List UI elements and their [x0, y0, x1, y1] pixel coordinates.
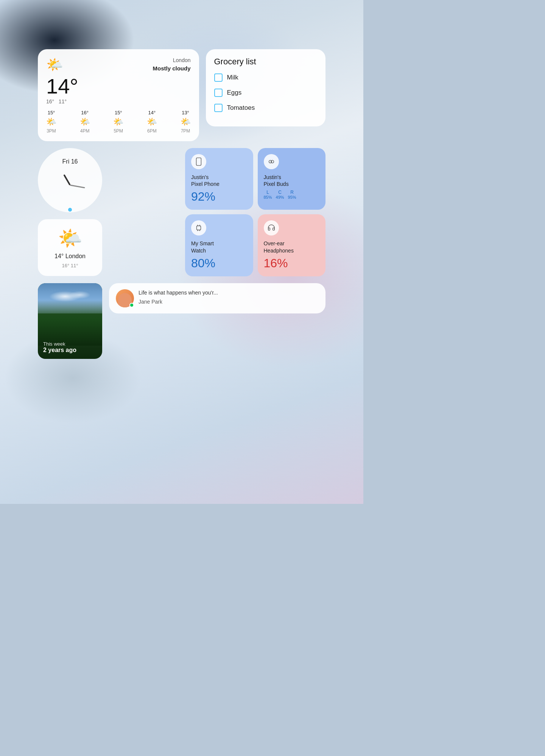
avatar-online-indicator	[129, 303, 134, 307]
grocery-item-2[interactable]: Eggs	[214, 89, 318, 97]
weather-location: London Mostly cloudy	[153, 57, 190, 72]
device-buds-name: Justin'sPixel Buds	[264, 174, 320, 187]
hour-1-time: 3PM	[47, 128, 56, 134]
weather-low: 11°	[59, 98, 67, 104]
grocery-checkbox-2[interactable]	[214, 89, 223, 97]
hour-1-temp: 15°	[48, 110, 55, 115]
weather-widget: 🌤️ London Mostly cloudy 14° 16° 11° 15° …	[38, 49, 199, 141]
device-headphones-name: Over-earHeadphones	[264, 240, 320, 254]
message-widget[interactable]: Life is what happens when you'r... Jane …	[109, 283, 325, 313]
bud-right: R 95%	[288, 190, 296, 200]
device-card-pixel-buds: Justin'sPixel Buds L 85% C 49% R 95%	[258, 148, 326, 210]
message-avatar	[116, 289, 134, 307]
device-headphones-battery: 16%	[264, 256, 320, 270]
weather-condition: Mostly cloudy	[153, 64, 190, 72]
clock-minute-hand	[70, 185, 85, 189]
photos-overlay-text: This week 2 years ago	[43, 341, 76, 354]
grocery-checkbox-1[interactable]	[214, 73, 223, 82]
grocery-label-2: Eggs	[227, 89, 242, 97]
device-watch-battery: 80%	[191, 256, 247, 270]
message-text: Life is what happens when you'r...	[139, 289, 319, 297]
bud-right-pct: 95%	[288, 195, 296, 200]
row-1: 🌤️ London Mostly cloudy 14° 16° 11° 15° …	[38, 49, 325, 141]
clock-date: Fri 16	[62, 158, 78, 165]
hour-1-icon: 🌤️	[46, 117, 56, 127]
hour-4-time: 6PM	[147, 128, 157, 134]
device-card-smart-watch: My SmartWatch 80%	[185, 214, 253, 276]
devices-grid: Justin'sPixel Phone 92% Justin'sPixel Bu…	[185, 148, 325, 276]
weather-city: London	[153, 57, 190, 64]
device-buds-icon-circle	[264, 154, 279, 169]
col-left: Fri 16 🌤️ 14° London 16° 11°	[38, 148, 178, 276]
hour-5-icon: 🌤️	[181, 117, 191, 127]
svg-rect-0	[196, 158, 201, 165]
weather-top: 🌤️ London Mostly cloudy	[46, 57, 191, 73]
weather-small-widget: 🌤️ 14° London 16° 11°	[38, 219, 102, 276]
clock-center-dot	[68, 208, 72, 212]
bud-left-label: L	[266, 190, 269, 195]
bud-left-pct: 85%	[264, 195, 272, 200]
weather-hour-2: 16° 🌤️ 4PM	[80, 110, 90, 134]
bud-center-label: C	[278, 190, 282, 195]
clock-face	[53, 168, 87, 202]
phone-icon	[195, 157, 203, 166]
widgets-container: 🌤️ London Mostly cloudy 14° 16° 11° 15° …	[38, 49, 325, 359]
photos-week-label: This week	[43, 341, 76, 347]
photos-widget[interactable]: This week 2 years ago	[38, 283, 102, 359]
grocery-widget: Grocery list Milk Eggs Tomatoes	[206, 49, 326, 126]
device-card-headphones: Over-earHeadphones 16%	[258, 214, 326, 276]
device-watch-icon-circle	[191, 220, 206, 235]
device-phone-battery: 92%	[191, 190, 247, 204]
weather-hourly: 15° 🌤️ 3PM 16° 🌤️ 4PM 15° 🌤️ 5PM 14° 🌤️	[46, 110, 191, 134]
bud-right-label: R	[290, 190, 294, 195]
weather-temperature: 14°	[46, 76, 191, 97]
buds-icon	[267, 157, 276, 166]
bud-left: L 85%	[264, 190, 272, 200]
photos-trees	[38, 300, 102, 346]
svg-rect-4	[197, 226, 201, 230]
hour-5-time: 7PM	[181, 128, 190, 134]
hour-5-temp: 13°	[182, 110, 189, 115]
device-phone-icon-circle	[191, 154, 206, 169]
row-3: This week 2 years ago Life is what happe…	[38, 283, 325, 359]
svg-point-3	[271, 160, 274, 163]
buds-levels: L 85% C 49% R 95%	[264, 190, 320, 200]
weather-high-low: 16° 11°	[46, 98, 191, 104]
hour-3-icon: 🌤️	[113, 117, 123, 127]
hour-2-icon: 🌤️	[80, 117, 90, 127]
weather-hour-4: 14° 🌤️ 6PM	[147, 110, 157, 134]
bud-center: C 49%	[276, 190, 284, 200]
clock-widget: Fri 16	[38, 148, 102, 212]
grocery-label-3: Tomatoes	[227, 104, 255, 112]
weather-hour-1: 15° 🌤️ 3PM	[46, 110, 56, 134]
weather-hour-5: 13° 🌤️ 7PM	[181, 110, 191, 134]
device-headphones-icon-circle	[264, 220, 279, 235]
photos-background: This week 2 years ago	[38, 283, 102, 359]
weather-main-icon: 🌤️	[46, 57, 63, 73]
hour-4-icon: 🌤️	[147, 117, 157, 127]
device-card-pixel-phone: Justin'sPixel Phone 92%	[185, 148, 253, 210]
headphones-icon	[267, 224, 276, 232]
grocery-item-1[interactable]: Milk	[214, 73, 318, 82]
photos-years-label: 2 years ago	[43, 347, 76, 354]
weather-high: 16°	[46, 98, 54, 104]
grocery-checkbox-3[interactable]	[214, 104, 223, 112]
grocery-label-1: Milk	[227, 74, 238, 81]
message-sender: Jane Park	[139, 299, 319, 305]
hour-4-temp: 14°	[148, 110, 156, 115]
clock-hour-hand	[63, 174, 70, 185]
message-content: Life is what happens when you'r... Jane …	[139, 289, 319, 305]
hour-3-temp: 15°	[115, 110, 122, 115]
weather-small-icon: 🌤️	[58, 227, 83, 250]
device-watch-name: My SmartWatch	[191, 240, 247, 254]
hour-2-time: 4PM	[80, 128, 90, 134]
row-2: Fri 16 🌤️ 14° London 16° 11°	[38, 148, 325, 276]
grocery-item-3[interactable]: Tomatoes	[214, 104, 318, 112]
device-phone-name: Justin'sPixel Phone	[191, 174, 247, 187]
weather-small-high-low: 16° 11°	[62, 263, 78, 268]
watch-icon	[195, 224, 203, 232]
weather-hour-3: 15° 🌤️ 5PM	[113, 110, 123, 134]
weather-small-temp-city: 14° London	[54, 253, 86, 260]
hour-3-time: 5PM	[114, 128, 123, 134]
hour-2-temp: 16°	[81, 110, 89, 115]
